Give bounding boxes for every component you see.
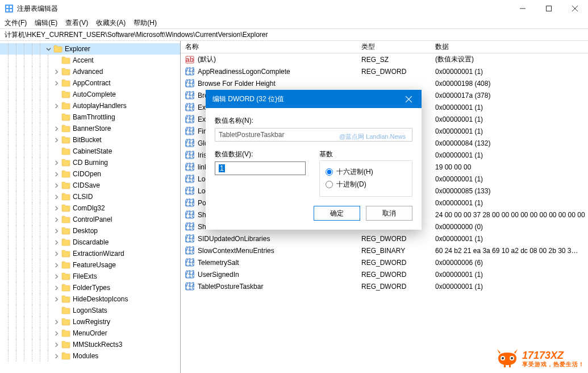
chevron-right-icon[interactable] [52, 136, 60, 144]
menu-help[interactable]: 帮助(H) [134, 18, 157, 28]
tree-item-bannerstore[interactable]: BannerStore [0, 123, 180, 134]
tree-item-logonstats[interactable]: LogonStats [0, 305, 180, 316]
value-row[interactable]: 011110SIDUpdatedOnLibrariesREG_DWORD0x00… [181, 233, 588, 244]
value-name: AppReadinessLogonComplete [198, 68, 290, 76]
col-header-data[interactable]: 数据 [431, 42, 588, 52]
radio-hex[interactable]: 十六进制(H) [326, 165, 406, 178]
value-row[interactable]: 011110SlowContextMenuEntriesREG_BINARY60… [181, 244, 588, 256]
svg-text:110: 110 [185, 68, 194, 76]
value-row[interactable]: 011110Browse For Folder Height0x00000198… [181, 77, 588, 89]
chevron-right-icon[interactable] [52, 295, 60, 303]
svg-text:110: 110 [185, 223, 194, 231]
chevron-right-icon[interactable] [52, 227, 60, 235]
ok-button[interactable]: 确定 [314, 206, 360, 221]
menu-favorites[interactable]: 收藏夹(A) [96, 18, 126, 28]
address-bar[interactable]: 计算机\HKEY_CURRENT_USER\Software\Microsoft… [0, 28, 588, 41]
chevron-right-icon[interactable] [52, 102, 60, 110]
chevron-right-icon[interactable] [52, 341, 60, 349]
chevron-right-icon[interactable] [52, 272, 60, 280]
dialog-close-button[interactable] [395, 90, 422, 108]
chevron-right-icon[interactable] [52, 318, 60, 326]
tree-item-extractionwizard[interactable]: ExtractionWizard [0, 248, 180, 259]
value-row[interactable]: 011110TelemetrySaltREG_DWORD0x00000006 (… [181, 256, 588, 268]
value-data: 0x00000001 (1) [431, 235, 588, 243]
tree-item-label: ExtractionWizard [73, 250, 124, 258]
value-data-field[interactable]: 1 [215, 161, 306, 175]
chevron-right-icon[interactable] [52, 79, 60, 87]
tree-item-cidsave[interactable]: CIDSave [0, 180, 180, 191]
value-type: REG_DWORD [357, 68, 431, 76]
chevron-right-icon[interactable] [52, 352, 60, 360]
col-header-type[interactable]: 类型 [357, 42, 431, 52]
tree-item-controlpanel[interactable]: ControlPanel [0, 214, 180, 225]
tree-item-label: CIDOpen [73, 170, 101, 178]
tree-item-foldertypes[interactable]: FolderTypes [0, 282, 180, 293]
tree-item-modules[interactable]: Modules [0, 350, 180, 362]
tree-pane[interactable]: ExplorerAccentAdvancedAppContractAutoCom… [0, 41, 181, 373]
close-button[interactable] [562, 0, 588, 17]
tree-item-featureusage[interactable]: FeatureUsage [0, 259, 180, 271]
radio-hex-input[interactable] [326, 168, 333, 176]
svg-text:110: 110 [185, 212, 194, 219]
chevron-right-icon[interactable] [52, 261, 60, 269]
chevron-right-icon[interactable] [52, 181, 60, 189]
value-name: SlowContextMenuEntries [198, 247, 274, 255]
value-data: 60 24 b2 21 ea 3a 69 10 a2 dc 08 00 2b 3… [431, 247, 588, 255]
tree-item-label: MMStuckRects3 [73, 341, 122, 349]
tree-item-hidedesktopicons[interactable]: HideDesktopIcons [0, 293, 180, 305]
edit-dword-dialog: 编辑 DWORD (32 位)值 数值名称(N): @蓝点网 Landian.N… [206, 90, 422, 230]
chevron-right-icon[interactable] [52, 68, 60, 76]
chevron-right-icon[interactable] [52, 125, 60, 132]
chevron-right-icon[interactable] [52, 238, 60, 246]
tree-item-advanced[interactable]: Advanced [0, 66, 180, 77]
value-row[interactable]: 011110UserSignedInREG_DWORD0x00000001 (1… [181, 268, 588, 280]
menu-view[interactable]: 查看(V) [65, 18, 88, 28]
menu-file[interactable]: 文件(F) [5, 18, 27, 28]
value-data: 0x00000001 (1) [431, 103, 588, 111]
value-row[interactable]: 011110AppReadinessLogonCompleteREG_DWORD… [181, 65, 588, 77]
tree-item-lowregistry[interactable]: LowRegistry [0, 316, 180, 328]
tree-item-accent[interactable]: Accent [0, 55, 180, 66]
tree-item-appcontract[interactable]: AppContract [0, 77, 180, 89]
menu-edit[interactable]: 编辑(E) [35, 18, 57, 28]
tree-item-autoplayhandlers[interactable]: AutoplayHandlers [0, 100, 180, 111]
tree-item-comdlg32[interactable]: ComDlg32 [0, 202, 180, 214]
chevron-right-icon[interactable] [52, 284, 60, 292]
chevron-right-icon[interactable] [52, 204, 60, 212]
chevron-right-icon[interactable] [52, 193, 60, 201]
tree-item-desktop[interactable]: Desktop [0, 225, 180, 237]
base-group: 十六进制(H) 十进制(D) [319, 160, 412, 197]
tree-item-discardable[interactable]: Discardable [0, 237, 180, 248]
tree-item-bamthrottling[interactable]: BamThrottling [0, 111, 180, 123]
cancel-button[interactable]: 取消 [366, 206, 412, 221]
tree-item-explorer[interactable]: Explorer [0, 43, 180, 55]
chevron-right-icon[interactable] [52, 159, 60, 167]
tree-item-cd-burning[interactable]: CD Burning [0, 157, 180, 168]
chevron-right-icon[interactable] [52, 215, 60, 223]
svg-text:ab: ab [186, 56, 194, 64]
tree-item-menuorder[interactable]: MenuOrder [0, 328, 180, 339]
base-label: 基数 [319, 150, 412, 159]
col-header-name[interactable]: 名称 [181, 42, 357, 52]
value-row[interactable]: ab(默认)REG_SZ(数值未设置) [181, 53, 588, 65]
tree-item-autocomplete[interactable]: AutoComplete [0, 89, 180, 100]
value-row[interactable]: 011110TabletPostureTaskbarREG_DWORD0x000… [181, 280, 588, 292]
radio-dec[interactable]: 十进制(D) [326, 178, 406, 190]
tree-item-bitbucket[interactable]: BitBucket [0, 134, 180, 146]
chevron-right-icon[interactable] [52, 170, 60, 178]
minimize-button[interactable] [510, 0, 536, 17]
tree-item-fileexts[interactable]: FileExts [0, 271, 180, 282]
tree-item-cidopen[interactable]: CIDOpen [0, 168, 180, 180]
dialog-titlebar: 编辑 DWORD (32 位)值 [206, 90, 422, 108]
tree-item-mmstuckrects3[interactable]: MMStuckRects3 [0, 339, 180, 350]
chevron-right-icon[interactable] [52, 329, 60, 337]
radio-dec-input[interactable] [326, 181, 333, 188]
tree-item-clsid[interactable]: CLSID [0, 191, 180, 202]
tree-item-label: CLSID [73, 193, 93, 201]
tree-item-cabinetstate[interactable]: CabinetState [0, 146, 180, 157]
chevron-right-icon[interactable] [52, 250, 60, 258]
chevron-down-icon[interactable] [44, 45, 52, 53]
maximize-button[interactable] [536, 0, 562, 17]
svg-point-73 [511, 357, 513, 359]
tree-item-label: CD Burning [73, 159, 108, 167]
